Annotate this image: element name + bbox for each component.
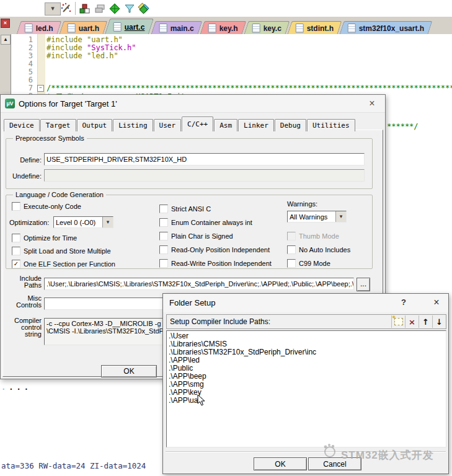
code-line: #include "SysTick.h" — [47, 43, 136, 52]
delete-path-icon[interactable]: × — [405, 315, 419, 328]
help-icon[interactable]: ? — [399, 298, 409, 309]
layers-icon[interactable] — [137, 2, 151, 15]
tab-device[interactable]: Device — [4, 119, 40, 131]
file-tabs: led.h uart.h uart.c main.c key.h key.c s… — [19, 19, 433, 34]
manage-items-icon[interactable] — [78, 2, 92, 15]
warnings-label: Warnings: — [287, 200, 317, 208]
dialog-title: Options for Target 'Target 1' — [19, 99, 117, 108]
optimization-dropdown[interactable]: Level 0 (-O0)▾ — [53, 216, 113, 228]
include-paths-input[interactable]: .\User;.\Libraries\CMSIS;.\Libraries\STM… — [44, 278, 354, 290]
close-icon[interactable]: × — [365, 97, 379, 110]
checkbox-enum-container-int[interactable]: Enum Container always int — [159, 218, 252, 226]
tab-utilities[interactable]: Utilities — [307, 119, 355, 131]
tab-key-h[interactable]: key.h — [200, 21, 247, 34]
tab-asm[interactable]: Asm — [214, 119, 237, 131]
list-item[interactable]: .\Libraries\STM32F10x_StdPeriph_Driver\i… — [169, 348, 444, 356]
filter-icon[interactable] — [123, 2, 136, 15]
document-icon — [252, 24, 260, 33]
checkbox-read-write-pi[interactable]: Read-Write Position Independent — [159, 259, 272, 267]
options-ok-button[interactable]: OK — [101, 365, 157, 377]
checkbox-one-elf-section[interactable]: ✓One ELF Section per Function — [12, 260, 115, 268]
wand-icon[interactable] — [60, 2, 73, 15]
browse-include-paths-button[interactable]: ... — [357, 278, 370, 291]
tab-key-c[interactable]: key.c — [244, 21, 290, 34]
file-tab-bar: × led.h uart.h uart.c main.c key.h key.c… — [0, 17, 452, 35]
move-up-icon[interactable]: ↑ — [419, 315, 432, 328]
checkbox-split-load-store[interactable]: Split Load and Store Multiple — [12, 247, 111, 255]
main-toolbar: ▾ — [0, 0, 452, 17]
list-item[interactable]: .\APP\smg — [169, 381, 444, 389]
code-fragment: ******/ — [387, 122, 419, 131]
new-path-icon[interactable]: * — [391, 315, 405, 328]
scroll-up-icon[interactable]: ▲ — [1, 35, 11, 45]
screen: ▾ — [0, 0, 452, 476]
chevron-down-icon[interactable]: ▾ — [102, 217, 113, 227]
list-item[interactable]: .\APP\led — [169, 356, 444, 364]
warnings-dropdown[interactable]: All Warnings▾ — [287, 211, 347, 223]
load-target-icon[interactable] — [108, 2, 122, 15]
document-icon — [68, 24, 76, 33]
checkbox-no-auto-includes[interactable]: No Auto Includes — [287, 245, 350, 253]
options-tab-strip: Device Target Output Listing User C/C++ … — [4, 117, 356, 131]
tab-linker[interactable]: Linker — [238, 119, 274, 131]
close-pane-icon[interactable]: × — [1, 19, 10, 28]
tab-listing[interactable]: Listing — [113, 119, 153, 131]
optimization-label: Optimization: — [9, 219, 49, 226]
document-icon — [159, 24, 167, 33]
document-icon — [25, 24, 33, 33]
code-line: #include "uart.h" — [47, 35, 123, 44]
code-line: #include "led.h" — [47, 51, 118, 60]
toolbar-separator — [75, 2, 76, 15]
checkbox-strict-ansi-c[interactable]: Strict ANSI C — [159, 205, 211, 213]
list-item[interactable]: .\Public — [169, 364, 444, 372]
close-icon[interactable]: × — [430, 296, 443, 309]
code-fold-icon[interactable]: − — [37, 85, 44, 92]
cascade-windows-icon[interactable] — [93, 2, 107, 15]
checkbox-execute-only-code[interactable]: Execute-only Code — [12, 202, 81, 210]
checkbox-optimize-for-time[interactable]: Optimize for Time — [12, 234, 77, 242]
code-line: /***************************************… — [47, 84, 452, 92]
dialog-title: Folder Setup — [169, 298, 215, 307]
document-icon — [113, 22, 122, 32]
stray-output-dots: .... — [1, 383, 32, 392]
tab-debug[interactable]: Debug — [275, 119, 306, 131]
options-dialog-titlebar: µV Options for Target 'Target 1' × — [1, 95, 385, 113]
tab-main-c[interactable]: main.c — [151, 21, 203, 34]
list-item[interactable]: .\APP\key — [169, 389, 444, 397]
include-paths-toolbar: Setup Compiler Include Paths: * × ↑ ↓ — [166, 314, 446, 329]
checkbox-read-only-pi[interactable]: Read-Only Position Independent — [159, 245, 270, 253]
checkbox-thumb-mode: Thumb Mode — [287, 232, 339, 240]
define-input[interactable]: USE_STDPERIPH_DRIVER,STM32F10X_HD — [44, 153, 365, 165]
checkbox-plain-char-signed[interactable]: Plain Char is Signed — [159, 232, 233, 240]
tab-stdint-h[interactable]: stdint.h — [288, 21, 342, 34]
document-icon — [208, 24, 216, 33]
checkbox-c99-mode[interactable]: C99 Mode — [287, 259, 330, 267]
include-paths-list[interactable]: .\User .\Libraries\CMSIS .\Libraries\STM… — [166, 330, 446, 447]
build-output-text: ata=336 RW-data=24 ZI-data=1024 — [1, 461, 146, 470]
tab-c-cpp[interactable]: C/C++ — [182, 117, 213, 131]
undefine-label: Undefine: — [6, 172, 42, 180]
keil-icon: µV — [5, 99, 15, 108]
tab-stm32f10x-usart-h[interactable]: stm32f10x_usart.h — [340, 21, 433, 34]
tab-uart-h[interactable]: uart.h — [60, 21, 108, 34]
tab-user[interactable]: User — [154, 119, 182, 131]
tab-output[interactable]: Output — [77, 119, 113, 131]
watermark-text: STM32嵌入式开发 — [341, 448, 434, 462]
tab-target[interactable]: Target — [40, 119, 76, 131]
list-item[interactable]: .\APP\beep — [169, 372, 444, 381]
chevron-down-icon[interactable]: ▾ — [335, 211, 346, 222]
folder-ok-button[interactable]: OK — [254, 457, 307, 470]
watermark-logo-icon — [320, 443, 339, 461]
editor-left-strip: ▲ — [0, 34, 11, 94]
setup-paths-label: Setup Compiler Include Paths: — [167, 317, 391, 326]
mouse-cursor — [197, 394, 206, 409]
list-item[interactable]: .\APP\uart — [169, 397, 444, 405]
move-down-icon[interactable]: ↓ — [432, 315, 446, 328]
document-icon — [348, 24, 356, 33]
tab-uart-c[interactable]: uart.c — [105, 19, 154, 34]
document-icon — [296, 24, 304, 33]
undefine-input[interactable] — [44, 169, 365, 182]
folder-setup-dialog: Folder Setup ? × Setup Compiler Include … — [162, 293, 449, 474]
toolbar-dropdown[interactable]: ▾ — [45, 2, 61, 15]
tab-led-h[interactable]: led.h — [17, 21, 62, 34]
